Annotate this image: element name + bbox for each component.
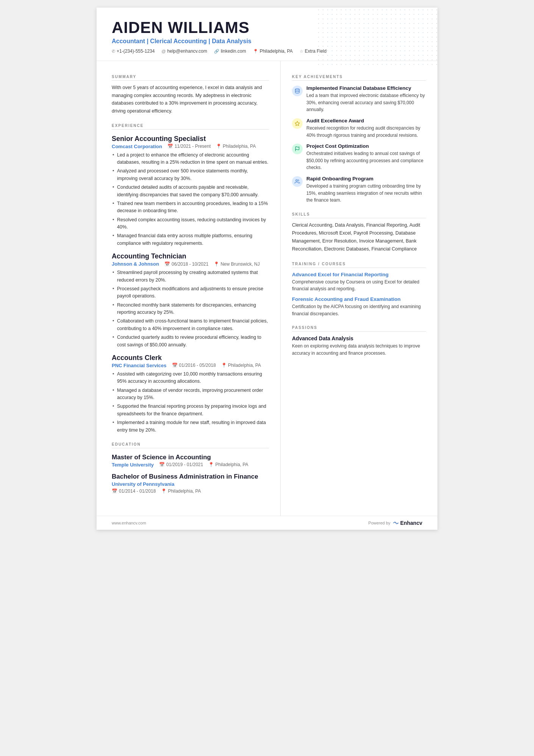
pin-icon: 📍 bbox=[161, 488, 167, 494]
header: AIDEN WILLIAMS Accountant | Clerical Acc… bbox=[97, 8, 437, 61]
skills-label: SKILLS bbox=[292, 212, 426, 218]
job-company: PNC Financial Services bbox=[112, 363, 167, 368]
bullet-item: Implemented a training module for new st… bbox=[112, 419, 269, 434]
person-icon bbox=[292, 176, 303, 187]
job-dates: 📅 01/2016 - 05/2018 bbox=[172, 363, 216, 368]
bullet-item: Resolved complex accounting issues, redu… bbox=[112, 216, 269, 231]
job-bullets: Assisted with categorizing over 10,000 m… bbox=[112, 371, 269, 434]
email-value: help@enhancv.com bbox=[167, 49, 207, 54]
edu-meta: Temple University 📅 01/2019 - 01/2021 📍 … bbox=[112, 462, 269, 468]
candidate-title: Accountant | Clerical Accounting | Data … bbox=[112, 38, 422, 45]
job-company: Johnson & Johnson bbox=[112, 261, 159, 267]
linkedin-value: linkedin.com bbox=[221, 49, 246, 54]
edu-school: Temple University bbox=[112, 462, 154, 468]
job-location: 📍 New Brunswick, NJ bbox=[214, 261, 259, 267]
bullet-item: Assisted with categorizing over 10,000 m… bbox=[112, 371, 269, 385]
training-label: TRAINING / COURSES bbox=[292, 262, 426, 268]
achievement-item: Project Cost Optimization Orchestrated i… bbox=[292, 143, 426, 171]
calendar-icon: 📅 bbox=[172, 363, 178, 368]
job-item: Accounting Technician Johnson & Johnson … bbox=[112, 252, 269, 349]
edu-dates: 📅 01/2014 - 01/2018 bbox=[112, 488, 156, 494]
edu-item: Master of Science in Accounting Temple U… bbox=[112, 454, 269, 468]
course-item: Forensic Accounting and Fraud Examinatio… bbox=[292, 296, 426, 317]
email-icon: @ bbox=[161, 49, 166, 53]
job-location-text: Philadelphia, PA bbox=[223, 144, 256, 149]
contact-location: 📍 Philadelphia, PA bbox=[253, 49, 293, 54]
achievement-content: Implemented Financial Database Efficienc… bbox=[306, 85, 426, 113]
flag-icon bbox=[292, 144, 303, 154]
passion-title: Advanced Data Analysis bbox=[292, 335, 426, 341]
summary-text: With over 5 years of accounting experien… bbox=[112, 84, 269, 115]
achievement-desc: Received recognition for reducing audit … bbox=[306, 125, 426, 139]
job-bullets: Led a project to enhance the efficiency … bbox=[112, 152, 269, 247]
course-title: Forensic Accounting and Fraud Examinatio… bbox=[292, 296, 426, 302]
pin-icon: 📍 bbox=[208, 462, 214, 467]
job-location-text: Philadelphia, PA bbox=[228, 363, 261, 368]
education-label: EDUCATION bbox=[112, 442, 269, 448]
pin-icon: 📍 bbox=[221, 363, 227, 368]
star-icon: ☆ bbox=[300, 49, 303, 54]
bullet-item: Led a project to enhance the efficiency … bbox=[112, 152, 269, 166]
link-icon: 🔗 bbox=[214, 49, 219, 54]
passion-item: Advanced Data Analysis Keen on exploring… bbox=[292, 335, 426, 357]
edu-meta: University of Pennsylvania 📅 01/2014 - 0… bbox=[112, 481, 269, 494]
achievements-label: KEY ACHIEVEMENTS bbox=[292, 75, 426, 81]
svg-point-3 bbox=[296, 180, 298, 182]
left-column: SUMMARY With over 5 years of accounting … bbox=[97, 61, 281, 516]
job-company: Comcast Corporation bbox=[112, 144, 162, 149]
job-item: Senior Accounting Specialist Comcast Cor… bbox=[112, 135, 269, 247]
footer-powered: Powered by Enhancv bbox=[368, 520, 422, 526]
job-dates: 📅 06/2018 - 10/2021 bbox=[164, 261, 208, 267]
resume-body: SUMMARY With over 5 years of accounting … bbox=[97, 61, 437, 516]
achievement-content: Audit Excellence Award Received recognit… bbox=[306, 118, 426, 139]
achievement-desc: Developed a training program cutting onb… bbox=[306, 183, 426, 204]
extra-value: Extra Field bbox=[305, 49, 326, 54]
calendar-icon: 📅 bbox=[164, 261, 170, 267]
job-bullets: Streamlined payroll processing by creati… bbox=[112, 269, 269, 349]
svg-marker-1 bbox=[295, 121, 300, 125]
job-meta: PNC Financial Services 📅 01/2016 - 05/20… bbox=[112, 363, 269, 368]
bullet-item: Analyzed and processed over 500 invoice … bbox=[112, 167, 269, 182]
achievement-content: Rapid Onboarding Program Developed a tra… bbox=[306, 176, 426, 204]
passions-label: PASSIONS bbox=[292, 326, 426, 332]
location-icon: 📍 bbox=[253, 49, 258, 54]
bullet-item: Conducted detailed audits of accounts pa… bbox=[112, 184, 269, 199]
bullet-item: Trained new team members in accounting p… bbox=[112, 200, 269, 215]
right-column: KEY ACHIEVEMENTS Implemented Financial D… bbox=[281, 61, 437, 516]
achievement-title: Audit Excellence Award bbox=[306, 118, 426, 124]
job-title: Accounting Technician bbox=[112, 252, 269, 260]
candidate-name: AIDEN WILLIAMS bbox=[112, 19, 422, 36]
contact-phone: ✆ +1-(234)-555-1234 bbox=[112, 49, 155, 54]
contact-extra: ☆ Extra Field bbox=[300, 49, 326, 54]
bullet-item: Managed a database of vendor records, im… bbox=[112, 387, 269, 402]
achievement-item: Audit Excellence Award Received recognit… bbox=[292, 118, 426, 139]
bullet-item: Managed financial data entry across mult… bbox=[112, 232, 269, 247]
brand-name: Enhancv bbox=[400, 520, 422, 526]
job-dates: 📅 11/2021 - Present bbox=[167, 144, 211, 149]
bullet-item: Conducted quarterly audits to review pro… bbox=[112, 334, 269, 349]
achievement-item: Implemented Financial Database Efficienc… bbox=[292, 85, 426, 113]
achievement-desc: Led a team that improved electronic data… bbox=[306, 92, 426, 113]
edu-degree: Master of Science in Accounting bbox=[112, 454, 269, 461]
footer: www.enhancv.com Powered by Enhancv bbox=[97, 516, 437, 530]
job-location: 📍 Philadelphia, PA bbox=[216, 144, 256, 149]
bullet-item: Streamlined payroll processing by creati… bbox=[112, 269, 269, 284]
footer-url: www.enhancv.com bbox=[112, 521, 146, 525]
resume-page: AIDEN WILLIAMS Accountant | Clerical Acc… bbox=[97, 8, 437, 530]
course-desc: Comprehensive course by Coursera on usin… bbox=[292, 279, 426, 293]
calendar-icon: 📅 bbox=[112, 488, 117, 494]
summary-label: SUMMARY bbox=[112, 75, 269, 81]
enhancv-logo: Enhancv bbox=[392, 520, 422, 526]
job-title: Accounts Clerk bbox=[112, 354, 269, 362]
achievement-item: Rapid Onboarding Program Developed a tra… bbox=[292, 176, 426, 204]
edu-location: 📍 Philadelphia, PA bbox=[161, 488, 201, 494]
achievement-title: Rapid Onboarding Program bbox=[306, 176, 426, 182]
job-title: Senior Accounting Specialist bbox=[112, 135, 269, 143]
edu-school: University of Pennsylvania bbox=[112, 481, 174, 487]
star-award-icon bbox=[292, 118, 303, 129]
edu-item: Bachelor of Business Administration in F… bbox=[112, 473, 269, 494]
achievement-title: Implemented Financial Database Efficienc… bbox=[306, 85, 426, 91]
contact-email: @ help@enhancv.com bbox=[161, 49, 207, 54]
skills-text: Clerical Accounting, Data Analysis, Fina… bbox=[292, 221, 426, 254]
job-location: 📍 Philadelphia, PA bbox=[221, 363, 261, 368]
